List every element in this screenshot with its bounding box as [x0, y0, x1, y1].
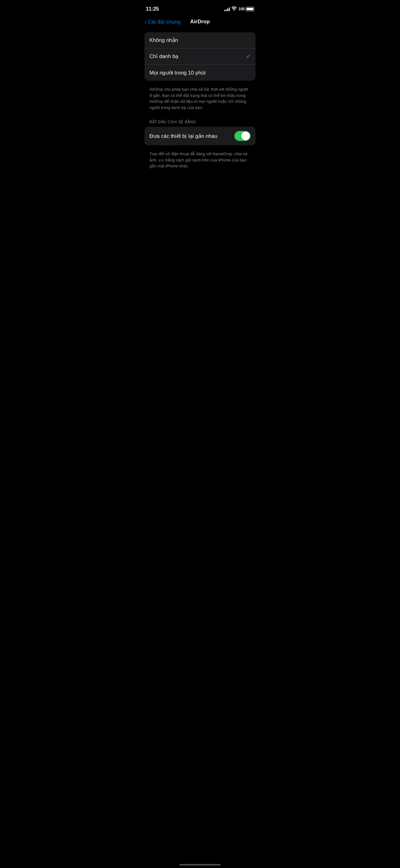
status-icons: 100 — [224, 6, 254, 11]
namedrop-group: Đưa các thiết bị lại gần nhau — [144, 127, 256, 145]
toggle-thumb — [241, 132, 250, 140]
main-content: Không nhận Chỉ danh bạ ✓ Mọi người trong… — [139, 29, 261, 169]
namedrop-toggle-row: Đưa các thiết bị lại gần nhau — [144, 127, 256, 145]
status-bar: 11:25 100 — [139, 0, 261, 16]
battery-icon — [245, 7, 254, 11]
signal-bars-icon — [224, 7, 230, 11]
battery-indicator: 100 — [238, 7, 254, 11]
option-no-receive[interactable]: Không nhận — [144, 32, 256, 49]
back-label: Cài đặt chung — [148, 19, 180, 25]
option-contacts-only-label: Chỉ danh bạ — [149, 53, 178, 60]
signal-bar-1 — [224, 10, 225, 11]
signal-bar-4 — [229, 7, 230, 11]
option-no-receive-label: Không nhận — [149, 37, 178, 43]
receive-options-group: Không nhận Chỉ danh bạ ✓ Mọi người trong… — [144, 32, 256, 81]
section-header-sharing: BẮT ĐẦU CHIA SẺ BẰNG — [144, 116, 256, 127]
page-title: AirDrop — [190, 19, 210, 25]
option-everyone-10min-label: Mọi người trong 10 phút — [149, 69, 206, 76]
nav-bar: ‹ Cài đặt chung AirDrop — [139, 16, 261, 29]
namedrop-toggle[interactable] — [234, 131, 251, 141]
selected-checkmark-icon: ✓ — [246, 53, 251, 60]
wifi-icon — [232, 6, 237, 11]
signal-bar-3 — [227, 8, 228, 11]
airdrop-description: AirDrop cho phép bạn chia sẻ tức thời vớ… — [144, 83, 256, 116]
status-time: 11:25 — [146, 6, 159, 12]
namedrop-description: Trao đổi số điện thoại dễ dàng với NameD… — [144, 148, 256, 169]
option-everyone-10min[interactable]: Mọi người trong 10 phút — [144, 65, 256, 81]
back-button[interactable]: ‹ Cài đặt chung — [144, 19, 180, 25]
option-contacts-only[interactable]: Chỉ danh bạ ✓ — [144, 49, 256, 65]
battery-percentage: 100 — [238, 7, 245, 11]
battery-fill — [246, 8, 253, 10]
chevron-left-icon: ‹ — [144, 19, 147, 25]
namedrop-label: Đưa các thiết bị lại gần nhau — [149, 133, 218, 140]
signal-bar-2 — [226, 9, 227, 11]
